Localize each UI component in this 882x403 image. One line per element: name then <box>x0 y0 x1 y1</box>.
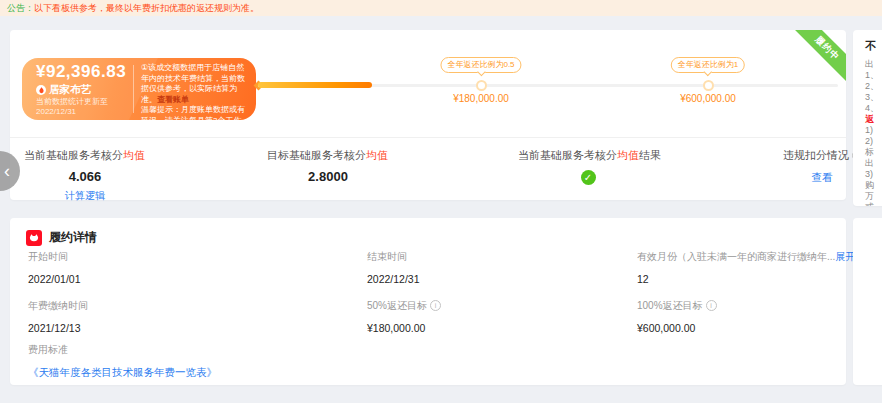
stat-target-score-value: 2.8000 <box>267 169 389 184</box>
fulfillment-detail-card: 履约详情 开始时间 2022/01/01 结束时间 2022/12/31 有效月… <box>10 218 846 385</box>
milestone-50-badge: 全年返还比例为0.5 <box>440 57 521 73</box>
ribbon-corner: 履约中 <box>792 30 846 84</box>
check-circle-icon: ✓ <box>581 170 596 185</box>
milestone-100-badge: 全年返还比例为1 <box>671 57 745 73</box>
stat-current-score: 当前基础服务考核分均值 4.066 计算逻辑 <box>24 148 146 203</box>
milestone-100-amount: ¥600,000.00 <box>680 93 736 104</box>
category-row: 居家布艺 <box>36 83 91 97</box>
notice-text: 以下看板供参考，最终以年费折扣优惠的返还规则为准。 <box>34 3 259 13</box>
rebate-progress-fill <box>258 82 372 88</box>
calc-logic-link[interactable]: 计算逻辑 <box>24 189 146 203</box>
milestone-50-dot <box>476 80 487 91</box>
gmv-disclaimer: ①该成交额数据用于店铺自然年内的技术年费结算，当前数据仅供参考，以实际结算为准。… <box>141 63 249 120</box>
chevron-left-icon: ‹ <box>4 162 10 180</box>
field-fee-pay-time: 年费缴纳时间 2021/12/13 <box>28 299 88 334</box>
info-icon[interactable]: i <box>706 300 717 311</box>
divider <box>10 137 846 138</box>
view-bill-link[interactable]: 查看账单 <box>157 95 189 104</box>
divider <box>133 65 134 113</box>
annual-fee-overview-card: ¥92,396.83 居家布艺 当前数据统计更新至 2022/12/31 ①该成… <box>10 30 846 200</box>
tmall-logo-icon <box>26 230 42 246</box>
fulfilling-ribbon: 履约中 <box>793 30 846 83</box>
stat-target-score-label: 目标基础服务考核分均值 <box>267 148 389 163</box>
rules-red-heading: 返 <box>865 114 882 125</box>
info-icon[interactable]: i <box>430 300 441 311</box>
notice-banner: 公告：以下看板供参考，最终以年费折扣优惠的返还规则为准。 <box>0 0 882 16</box>
stat-score-result: 当前基础服务考核分均值结果 ✓ <box>518 148 658 185</box>
data-updated-note: 当前数据统计更新至 2022/12/31 <box>36 97 108 117</box>
stat-current-score-value: 4.066 <box>24 169 146 184</box>
fee-table-link[interactable]: 《天猫年度各类目技术服务年费一览表》 <box>28 366 217 380</box>
rules-panel-title: 不 <box>865 39 882 54</box>
stat-target-score: 目标基础服务考核分均值 2.8000 <box>267 148 389 184</box>
detail-title: 履约详情 <box>49 229 97 246</box>
field-fee-standard: 费用标准 《天猫年度各类目技术服务年费一览表》 <box>28 343 217 380</box>
category-name: 居家布艺 <box>49 83 91 97</box>
notice-prefix: 公告： <box>7 3 34 13</box>
milestone-100-dot <box>703 80 714 91</box>
stat-violation: 违规扣分情况i 查看 <box>783 148 861 185</box>
detail-header: 履约详情 <box>26 229 97 246</box>
stat-score-result-label: 当前基础服务考核分均值结果 <box>518 148 658 163</box>
field-start-time: 开始时间 2022/01/01 <box>28 250 81 285</box>
stat-current-score-label: 当前基础服务考核分均值 <box>24 148 146 163</box>
stat-violation-label: 违规扣分情况i <box>783 148 861 163</box>
category-hot-icon <box>36 85 46 95</box>
field-end-time: 结束时间 2022/12/31 <box>367 250 420 285</box>
milestone-50-amount: ¥180,000.00 <box>453 93 509 104</box>
rebate-rules-panel: 不 出 1、 2、 3、 4、 返 1) 2) 标 出 3) 购 万 或 的 <box>853 30 882 206</box>
gmv-summary-card: ¥92,396.83 居家布艺 当前数据统计更新至 2022/12/31 ①该成… <box>22 58 256 120</box>
right-secondary-card <box>853 218 882 385</box>
gmv-amount: ¥92,396.83 <box>36 62 126 82</box>
violation-view-link[interactable]: 查看 <box>783 171 861 185</box>
field-100-target: 100%返还目标i ¥600,000.00 <box>637 299 717 334</box>
field-valid-months: 有效月份（入驻未满一年的商家进行缴纳年...展开） 12 <box>637 250 865 285</box>
field-50-target: 50%返还目标i ¥180,000.00 <box>367 299 441 334</box>
